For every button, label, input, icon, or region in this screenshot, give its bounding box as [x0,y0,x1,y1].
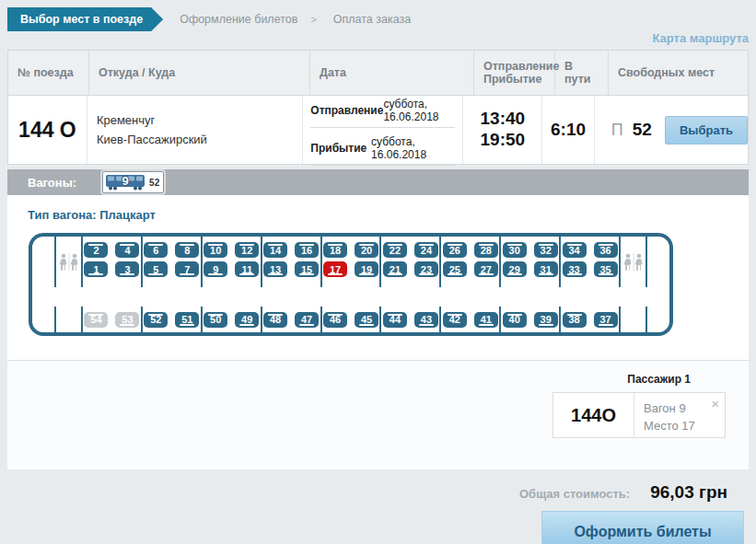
seat-15[interactable]: 15 [295,261,319,277]
compartment-5: 18201719 [320,237,380,287]
wc-left-lower [54,307,83,332]
seat-12[interactable]: 12 [235,242,259,258]
seat-34[interactable]: 34 [563,242,587,258]
wagon-tab-9[interactable]: 9 52 [102,171,164,193]
seat-7[interactable]: 7 [175,261,199,277]
checkout-button[interactable]: Оформить билеты [541,511,744,544]
breadcrumb-step-active[interactable]: Выбор мест в поезде [7,7,163,31]
seat-22[interactable]: 22 [383,242,407,258]
seat-48[interactable]: 48 [263,312,287,328]
compartment-6-lower-row: 2123 [383,261,438,277]
seat-31[interactable]: 31 [534,261,558,277]
seat-32[interactable]: 32 [534,242,558,258]
seat-19[interactable]: 19 [355,261,378,277]
wagon-free-seats: 52 [146,178,162,188]
side-bay-1: 5453 [83,307,141,332]
seat-28[interactable]: 28 [474,242,498,258]
seat-27[interactable]: 27 [474,261,498,277]
seat-52[interactable]: 52 [144,312,168,328]
total-cost-label: Общая стоимость: [519,487,630,501]
wagon-icon: 9 [104,173,146,191]
side-bay-9: 3837 [559,307,619,332]
seat-42[interactable]: 42 [443,312,467,328]
seat-51[interactable]: 51 [175,312,199,328]
seat-10[interactable]: 10 [204,242,227,258]
wagons-label: Вагоны: [28,176,76,190]
seat-4[interactable]: 4 [115,242,139,258]
side-bay-3: 5049 [201,307,261,332]
seat-41[interactable]: 41 [474,312,498,328]
seat-26[interactable]: 26 [443,242,467,258]
arrival-date-value: суббота, 16.06.2018 [371,135,455,161]
header-route: Откуда / Куда [89,51,310,95]
compartment-1-lower-row: 13 [84,261,139,277]
train-dates: Отправление суббота, 16.06.2018 Прибытие… [303,96,463,164]
header-dep-arr: Отправление Прибытие [474,51,555,95]
header-departure: Отправление [483,60,545,73]
seat-39[interactable]: 39 [534,312,558,328]
wc-icon [622,253,646,272]
wc-left [54,237,83,287]
seat-47[interactable]: 47 [295,312,319,328]
seat-6[interactable]: 6 [144,242,168,258]
seat-46[interactable]: 46 [323,312,347,328]
seat-25[interactable]: 25 [443,261,467,277]
seat-9[interactable]: 9 [204,261,227,277]
seat-13[interactable]: 13 [263,261,287,277]
train-row: 144 О Кременчуг Киев-Пассажирский Отправ… [8,96,748,164]
seat-30[interactable]: 30 [503,242,527,258]
seat-3[interactable]: 3 [115,261,139,277]
seat-14[interactable]: 14 [263,242,287,258]
car-vestibule-right [647,237,669,287]
seat-36[interactable]: 36 [594,242,618,258]
seat-24[interactable]: 24 [414,242,438,258]
seat-11[interactable]: 11 [235,261,259,277]
seat-2[interactable]: 2 [84,242,108,258]
departure-date-line: Отправление суббота, 16.06.2018 [310,95,455,128]
seat-8[interactable]: 8 [175,242,199,258]
seat-33[interactable]: 33 [563,261,587,277]
compartment-4: 14161315 [261,237,320,287]
departure-date-value: суббота, 16.06.2018 [383,98,455,123]
header-free-seats: Свободных мест [609,51,748,95]
seat-23[interactable]: 23 [414,261,438,277]
seat-panel: Тип вагона: Плацкарт 2413685710129111416… [7,195,749,360]
arrival-date-label: Прибытие [310,142,371,155]
seat-29[interactable]: 29 [503,261,527,277]
wagon-seat-map: 2413685710129111416131518201719222421232… [29,233,673,336]
seat-38[interactable]: 38 [563,312,587,328]
seat-1[interactable]: 1 [84,261,108,277]
compartment-5-lower-row: 1719 [323,261,378,277]
train-number: 144 О [8,96,87,164]
seat-18[interactable]: 18 [323,242,347,258]
seat-40[interactable]: 40 [503,312,527,328]
summary-row: Общая стоимость: 96,03 грн [7,482,749,503]
compartment-2-upper-row: 68 [144,242,199,258]
breadcrumb-step-3[interactable]: Оплата заказа [333,13,411,26]
free-seats-count: 52 [633,120,652,140]
compartment-1-upper-row: 24 [84,242,139,258]
seat-21[interactable]: 21 [383,261,407,277]
side-bay-2: 5251 [141,307,201,332]
seat-16[interactable]: 16 [295,242,319,258]
seat-44[interactable]: 44 [383,312,407,328]
seat-35[interactable]: 35 [594,261,618,277]
seat-43[interactable]: 43 [414,312,438,328]
breadcrumb-step-2[interactable]: Оформление билетов [180,13,297,26]
seat-17[interactable]: 17 [323,261,347,277]
compartment-7-lower-row: 2527 [443,261,498,277]
close-icon[interactable]: × [711,397,719,411]
seat-49[interactable]: 49 [235,312,259,328]
train-table-header: № поезда Откуда / Куда Дата Отправление … [8,51,748,96]
seat-5[interactable]: 5 [144,261,168,277]
compartment-2-lower-row: 57 [144,261,199,277]
compartment-6: 22242123 [379,237,439,287]
route-map-link[interactable]: Карта маршрута [652,31,749,45]
seat-20[interactable]: 20 [355,242,378,258]
seat-50[interactable]: 50 [204,312,227,328]
submit-row: Оформить билеты [7,511,749,544]
passenger-seat: Место 17 [644,418,719,435]
select-train-button[interactable]: Выбрать [665,116,748,145]
seat-45[interactable]: 45 [355,312,378,328]
seat-37[interactable]: 37 [594,312,618,328]
